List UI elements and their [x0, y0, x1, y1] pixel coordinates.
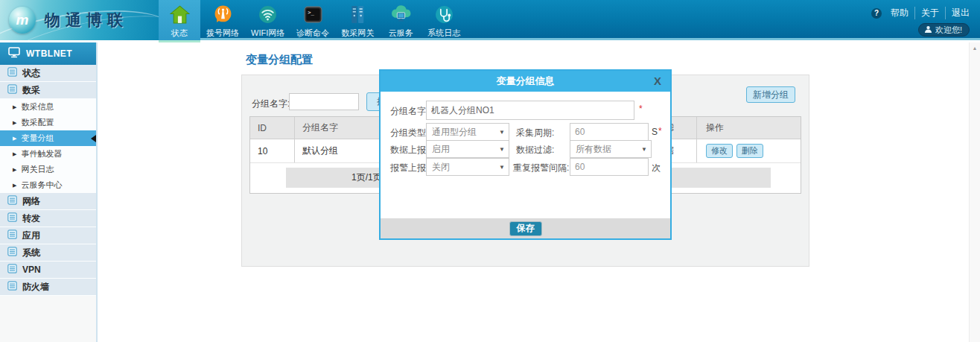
caret-right-icon: ▶ — [13, 136, 16, 142]
caret-right-icon: ▶ — [13, 151, 16, 157]
nav-item-wifi[interactable]: WIFI网络 — [245, 0, 290, 40]
alarm-report-value: 关闭 — [427, 161, 499, 174]
sidebar-item-label: VPN — [22, 265, 41, 275]
alarm-report-label: 报警上报: — [390, 162, 428, 174]
add-group-button[interactable]: 新增分组 — [746, 86, 795, 103]
dial-network-icon — [213, 2, 233, 26]
chevron-down-icon: ▼ — [499, 146, 509, 153]
sidebar-title: WTBLNET — [26, 48, 72, 59]
welcome-text: 欢迎您! — [935, 25, 962, 36]
group-type-value: 通用型分组 — [427, 126, 499, 139]
sidebar-item-label: 网络 — [22, 195, 40, 208]
chevron-down-icon: ▼ — [641, 146, 651, 153]
terminal-icon: >_ — [303, 2, 323, 26]
vertical-scrollbar[interactable]: ▲ — [969, 42, 980, 342]
close-icon[interactable]: X — [654, 75, 661, 88]
logo-text: 物通博联 — [45, 10, 128, 31]
sidebar-item-vpn[interactable]: VPN — [0, 262, 96, 279]
help-link[interactable]: 帮助 — [885, 7, 915, 19]
list-icon — [7, 195, 17, 207]
sidebar-item-event-trigger[interactable]: ▶ 事件触发器 — [0, 146, 96, 162]
nav-label: 诊断命令 — [296, 28, 329, 39]
sidebar-item-label: 网关日志 — [21, 164, 54, 175]
sidebar-item-application[interactable]: 应用 — [0, 227, 96, 244]
data-report-label: 数据上报: — [390, 144, 428, 156]
about-link[interactable]: 关于 — [915, 7, 946, 19]
data-report-select[interactable]: 启用 ▼ — [426, 140, 509, 158]
header-id: ID — [250, 117, 295, 139]
sidebar-item-status[interactable]: 状态 — [0, 65, 96, 82]
sidebar-item-system[interactable]: 系统 — [0, 244, 96, 262]
sidebar-header: WTBLNET — [0, 42, 96, 65]
delete-button[interactable]: 删除 — [736, 144, 763, 158]
caret-right-icon: ▶ — [13, 104, 16, 110]
sidebar-item-collection-info[interactable]: ▶ 数采信息 — [0, 99, 96, 115]
nav-item-cloud-service[interactable]: 云服务 — [380, 0, 421, 40]
caret-right-icon: ▶ — [13, 167, 16, 173]
caret-right-icon: ▶ — [13, 183, 16, 189]
sidebar-item-data-collection[interactable]: 数采 — [0, 82, 96, 99]
list-icon — [7, 229, 17, 241]
page-title: 变量分组配置 — [246, 53, 313, 67]
welcome-badge[interactable]: 欢迎您! — [918, 23, 970, 37]
logo: m 物通博联 — [0, 0, 159, 40]
gateway-icon — [348, 2, 368, 26]
alarm-interval-input[interactable] — [570, 158, 649, 176]
sidebar-item-label: 数采信息 — [21, 101, 54, 113]
sidebar-item-label: 应用 — [22, 229, 40, 242]
sidebar-item-label: 防火墙 — [22, 281, 49, 294]
sidebar-item-collection-config[interactable]: ▶ 数采配置 — [0, 115, 96, 130]
nav-item-system-log[interactable]: 系统日志 — [421, 0, 466, 40]
nav-item-dial-network[interactable]: 拨号网络 — [200, 0, 245, 40]
sidebar-item-firewall[interactable]: 防火墙 — [0, 279, 96, 296]
search-input[interactable] — [289, 93, 359, 110]
wifi-icon — [258, 2, 278, 26]
nav-item-data-gateway[interactable]: 数采网关 — [335, 0, 380, 40]
sidebar-item-cloud-center[interactable]: ▶ 云服务中心 — [0, 177, 96, 193]
required-asterisk: * — [639, 104, 643, 114]
nav-label: 拨号网络 — [206, 28, 239, 39]
sidebar: WTBLNET 状态 数采 ▶ 数采信息 ▶ 数采配置 ▶ 变量分组 ▶ 事件触… — [0, 42, 98, 342]
sidebar-item-label: 事件触发器 — [21, 148, 62, 159]
alarm-report-select[interactable]: 关闭 ▼ — [426, 158, 509, 176]
list-icon — [7, 212, 17, 224]
sidebar-item-label: 数采配置 — [21, 117, 54, 128]
group-type-select[interactable]: 通用型分组 ▼ — [426, 123, 509, 141]
alarm-interval-label: 重复报警间隔: — [513, 162, 569, 174]
group-name-input[interactable] — [426, 101, 634, 120]
group-name-label: 分组名字: — [390, 105, 428, 118]
main-nav: 状态 拨号网络 WIFI网络 >_ 诊断命令 数采网关 — [159, 0, 466, 40]
nav-item-diagnostic-command[interactable]: >_ 诊断命令 — [290, 0, 335, 40]
save-button[interactable]: 保存 — [509, 221, 542, 236]
svg-text:>_: >_ — [308, 8, 314, 15]
scroll-up-icon[interactable]: ▲ — [970, 42, 980, 51]
sidebar-item-label: 转发 — [22, 212, 40, 225]
sidebar-item-network[interactable]: 网络 — [0, 193, 96, 210]
sidebar-item-forwarding[interactable]: 转发 — [0, 210, 96, 227]
monitor-icon — [8, 47, 20, 60]
nav-item-status[interactable]: 状态 — [159, 0, 200, 40]
nav-label: 系统日志 — [427, 28, 460, 39]
list-icon — [7, 247, 17, 259]
collect-period-label: 采集周期: — [516, 127, 554, 139]
data-filter-label: 数据过滤: — [516, 144, 554, 156]
logo-sphere-icon: m — [9, 7, 36, 34]
modify-button[interactable]: 修改 — [706, 144, 733, 158]
user-icon — [924, 25, 932, 35]
caret-right-icon: ▶ — [13, 120, 16, 126]
modal-title: 变量分组信息 — [497, 75, 555, 86]
cloud-icon — [389, 2, 413, 26]
nav-label: 状态 — [171, 28, 188, 39]
stethoscope-icon — [434, 2, 454, 26]
cell-id: 10 — [250, 139, 295, 162]
top-header: m 物通博联 状态 拨号网络 WIFI网络 >_ 诊断命令 — [0, 0, 980, 40]
list-icon — [7, 281, 17, 293]
search-label: 分组名字: — [252, 98, 290, 110]
logout-link[interactable]: 退出 — [946, 7, 970, 19]
sidebar-item-variable-group[interactable]: ▶ 变量分组 — [0, 130, 96, 146]
variable-group-modal: 变量分组信息 X 分组名字: * 分组类型: 通用型分组 ▼ 采集周期: S *… — [379, 69, 672, 240]
sidebar-item-gateway-log[interactable]: ▶ 网关日志 — [0, 162, 96, 177]
collect-period-input[interactable] — [570, 123, 649, 141]
sidebar-item-label: 变量分组 — [21, 133, 54, 144]
data-filter-select[interactable]: 所有数据 ▼ — [570, 140, 652, 158]
